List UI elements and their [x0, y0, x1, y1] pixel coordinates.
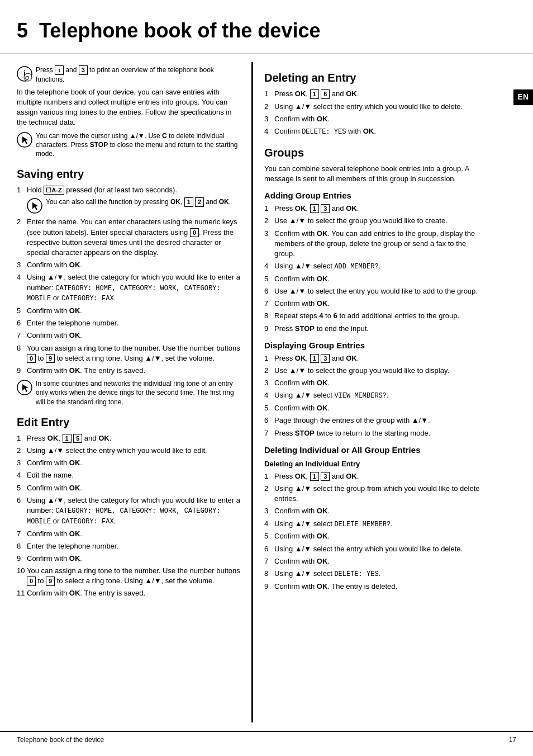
saving-steps-list: 1 Hold ☐A-Z pressed (for at least two se…	[17, 185, 240, 376]
chapter-number: 5	[17, 19, 28, 42]
key-1-dg1: 1	[310, 354, 319, 363]
groups-intro: You can combine several telephone book e…	[264, 164, 486, 184]
key-3-di1: 3	[321, 472, 330, 481]
az-key: ☐A-Z	[44, 186, 64, 195]
footer-right: 17	[509, 735, 516, 745]
deleting-individual-sub-heading: Deleting an Individual Entry	[264, 459, 486, 469]
di-step-3: 3Confirm with OK.	[264, 506, 486, 516]
edit-step-5: 5Confirm with OK.	[17, 483, 240, 493]
edit-steps-list: 1 Press OK, 1 5 and OK. 2Using ▲/▼ selec…	[17, 433, 240, 599]
saving-step-1-note: You can also call the function by pressi…	[27, 197, 240, 214]
di-step-5: 5Confirm with OK.	[264, 531, 486, 541]
edit-step-2: 2Using ▲/▼ select the entry which you wo…	[17, 446, 240, 456]
add-step-2: 2Use ▲/▼ to select the group you would l…	[264, 216, 486, 226]
disp-step-4: 4Using ▲/▼ select VIEW MEMBERS?.	[264, 390, 486, 401]
adding-group-heading: Adding Group Entries	[264, 190, 486, 201]
page: 5 Telephone book of the device i Press i…	[0, 0, 533, 756]
add-step-3: 3Confirm with OK. You can add entries to…	[264, 229, 486, 259]
saving-step-1: 1 Hold ☐A-Z pressed (for at least two se…	[17, 185, 240, 214]
edit-step-7: 7Confirm with OK.	[17, 529, 240, 539]
key-0-s8: 0	[27, 354, 36, 363]
edit-step-9: 9Confirm with OK.	[17, 554, 240, 564]
del-step-1: 1 Press OK, 1 6 and OK.	[264, 89, 486, 99]
key-5-e1: 5	[73, 434, 82, 443]
del-step-3: 3Confirm with OK.	[264, 114, 486, 124]
key-1-e1: 1	[63, 434, 72, 443]
intro-note-2: You can move the cursor using ▲/▼. Use C…	[17, 131, 240, 159]
saving-entry-heading: Saving entry	[17, 166, 240, 182]
key-9-e10: 9	[46, 577, 55, 585]
deleting-entry-heading: Deleting an Entry	[264, 70, 486, 86]
disp-step-6: 6Page through the entries of the group w…	[264, 415, 486, 426]
disp-step-3: 3Confirm with OK.	[264, 378, 486, 388]
key-1-ag1: 1	[310, 204, 319, 213]
key-3-intro: 3	[79, 65, 88, 74]
add-step-6: 6Use ▲/▼ to select the entry you would l…	[264, 286, 486, 296]
intro-note-1-text: Press i and 3 to print an overview of th…	[36, 65, 240, 83]
displaying-steps-list: 1 Press OK, 1 3 and OK. 2Use ▲/▼ to sele…	[264, 353, 486, 438]
key-0-s2: 0	[190, 228, 199, 237]
intro-paragraph: In the telephone book of your device, yo…	[17, 87, 240, 128]
saving-step-3: 3Confirm with OK.	[17, 260, 240, 270]
disp-step-7: 7Press STOP twice to return to the start…	[264, 428, 486, 438]
add-step-7: 7Confirm with OK.	[264, 299, 486, 309]
di-step-1: 1 Press OK, 1 3 and OK.	[264, 471, 486, 481]
saving-step-8: 8 You can assign a ring tone to the numb…	[17, 343, 240, 363]
di-step-9: 9Confirm with OK. The entry is deleted.	[264, 582, 486, 592]
saving-step-4: 4 Using ▲/▼, select the category for whi…	[17, 272, 240, 304]
cursor-note-icon	[17, 132, 32, 148]
saving-step-6: 6Enter the telephone number.	[17, 318, 240, 328]
add-step-4: 4Using ▲/▼ select ADD MEMBER?.	[264, 261, 486, 272]
right-column: Deleting an Entry 1 Press OK, 1 6 and OK…	[251, 62, 486, 722]
key-1-s1: 1	[184, 197, 193, 206]
adding-steps-list: 1 Press OK, 1 3 and OK. 2Use ▲/▼ to sele…	[264, 204, 486, 334]
add-step-1: 1 Press OK, 1 3 and OK.	[264, 204, 486, 214]
edit-step-6: 6 Using ▲/▼, select the category for whi…	[17, 495, 240, 527]
key-3-dg1: 3	[321, 354, 330, 363]
disp-step-1: 1 Press OK, 1 3 and OK.	[264, 353, 486, 363]
saving-note-3: In some countries and networks the indiv…	[17, 379, 240, 407]
left-column: i Press i and 3 to print an overview of …	[17, 62, 251, 722]
footer: Telephone book of the device 17	[0, 731, 533, 745]
edit-step-4: 4Edit the name.	[17, 470, 240, 480]
intro-note-1: i Press i and 3 to print an overview of …	[17, 65, 240, 83]
disp-step-2: 2Use ▲/▼ to select the group you would l…	[264, 366, 486, 376]
edit-step-3: 3Confirm with OK.	[17, 458, 240, 468]
saving-step-2: 2 Enter the name. You can enter characte…	[17, 217, 240, 258]
di-step-4: 4Using ▲/▼ select DELETE MEMBER?.	[264, 519, 486, 530]
step1-note-icon	[27, 198, 42, 214]
info-icon: i	[17, 66, 32, 82]
key-6-d1: 6	[321, 89, 330, 98]
del-step-2: 2Using ▲/▼ select the entry which you wo…	[264, 102, 486, 112]
disp-step-5: 5Confirm with OK.	[264, 403, 486, 413]
ring-note-icon	[17, 380, 32, 395]
deleting-individual-steps-list: 1 Press OK, 1 3 and OK. 2Using ▲/▼ selec…	[264, 471, 486, 592]
displaying-group-heading: Displaying Group Entries	[264, 339, 486, 351]
saving-note-3-text: In some countries and networks the indiv…	[36, 379, 240, 407]
en-badge: EN	[513, 89, 533, 105]
key-3-ag1: 3	[321, 204, 330, 213]
edit-step-11: 11Confirm with OK. The entry is saved.	[17, 588, 240, 598]
deleting-individual-heading: Deleting Individual or All Group Entries	[264, 444, 486, 456]
edit-step-10: 10 You can assign a ring tone to the num…	[17, 566, 240, 586]
di-step-7: 7Confirm with OK.	[264, 556, 486, 566]
title-text: Telephone book of the device	[39, 19, 320, 42]
key-2-s1: 2	[195, 197, 204, 206]
page-title: 5 Telephone book of the device	[0, 17, 533, 54]
di-step-8: 8Using ▲/▼ select DELETE: YES.	[264, 569, 486, 579]
di-step-2: 2Using ▲/▼ select the group from which y…	[264, 484, 486, 504]
add-step-5: 5Confirm with OK.	[264, 274, 486, 284]
di-step-6: 6Using ▲/▼ select the entry which you wo…	[264, 544, 486, 554]
key-1-d1: 1	[310, 89, 319, 98]
groups-heading: Groups	[264, 145, 486, 160]
intro-note-2-text: You can move the cursor using ▲/▼. Use C…	[36, 131, 240, 159]
edit-entry-heading: Edit Entry	[17, 414, 240, 430]
edit-step-8: 8Enter the telephone number.	[17, 541, 240, 551]
key-i: i	[55, 65, 64, 74]
key-0-e10: 0	[27, 577, 36, 585]
deleting-steps-list: 1 Press OK, 1 6 and OK. 2Using ▲/▼ selec…	[264, 89, 486, 136]
saving-step-5: 5Confirm with OK.	[17, 306, 240, 316]
add-step-8: 8Repeat steps 4 to 6 to add additional e…	[264, 311, 486, 321]
svg-point-2	[24, 73, 32, 81]
saving-step-9: 9Confirm with OK. The entry is saved.	[17, 366, 240, 376]
